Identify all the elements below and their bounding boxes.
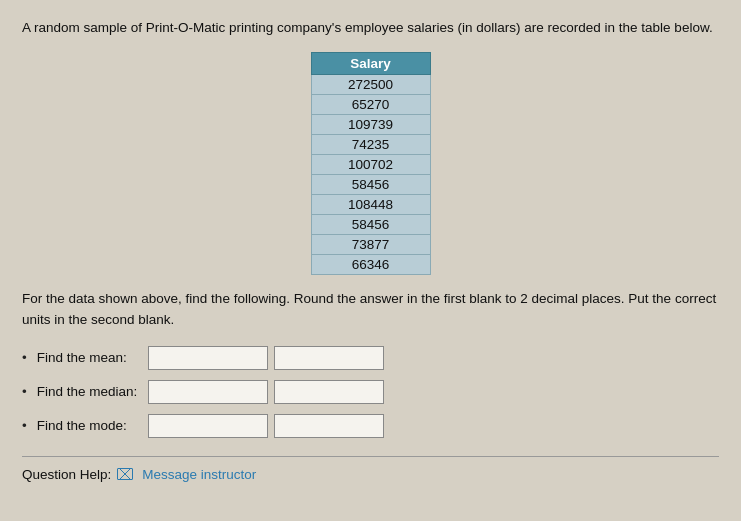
- mode-label: Find the mode:: [37, 418, 142, 433]
- mode-units-input[interactable]: [274, 414, 384, 438]
- table-row: 73877: [311, 235, 430, 255]
- intro-text: A random sample of Print-O-Matic printin…: [22, 18, 719, 38]
- table-row: 58456: [311, 215, 430, 235]
- mean-label: Find the mean:: [37, 350, 142, 365]
- salary-cell: 108448: [311, 195, 430, 215]
- median-units-input[interactable]: [274, 380, 384, 404]
- table-row: 108448: [311, 195, 430, 215]
- mean-bullet: •: [22, 350, 27, 365]
- table-row: 74235: [311, 135, 430, 155]
- page-container: A random sample of Print-O-Matic printin…: [0, 0, 741, 521]
- salary-cell: 58456: [311, 215, 430, 235]
- table-wrapper: Salary 272500652701097397423510070258456…: [22, 52, 719, 275]
- salary-cell: 66346: [311, 255, 430, 275]
- table-row: 65270: [311, 95, 430, 115]
- table-row: 66346: [311, 255, 430, 275]
- question-help-label: Question Help:: [22, 467, 111, 482]
- questions-section: • Find the mean: • Find the median: • Fi…: [22, 346, 719, 438]
- salary-cell: 272500: [311, 75, 430, 95]
- median-row: • Find the median:: [22, 380, 719, 404]
- salary-column-header: Salary: [311, 53, 430, 75]
- mail-icon: [117, 468, 133, 480]
- message-instructor-link[interactable]: Message instructor: [142, 467, 256, 482]
- salary-cell: 109739: [311, 115, 430, 135]
- table-row: 58456: [311, 175, 430, 195]
- median-answer-input[interactable]: [148, 380, 268, 404]
- mean-row: • Find the mean:: [22, 346, 719, 370]
- question-help-row: Question Help: Message instructor: [22, 467, 719, 482]
- median-label: Find the median:: [37, 384, 142, 399]
- mode-bullet: •: [22, 418, 27, 433]
- mean-answer-input[interactable]: [148, 346, 268, 370]
- table-row: 109739: [311, 115, 430, 135]
- salary-cell: 73877: [311, 235, 430, 255]
- mean-units-input[interactable]: [274, 346, 384, 370]
- salary-cell: 100702: [311, 155, 430, 175]
- instructions-text: For the data shown above, find the follo…: [22, 289, 719, 330]
- table-row: 272500: [311, 75, 430, 95]
- median-bullet: •: [22, 384, 27, 399]
- mode-row: • Find the mode:: [22, 414, 719, 438]
- salary-cell: 58456: [311, 175, 430, 195]
- divider: [22, 456, 719, 457]
- mode-answer-input[interactable]: [148, 414, 268, 438]
- salary-cell: 74235: [311, 135, 430, 155]
- salary-table: Salary 272500652701097397423510070258456…: [311, 52, 431, 275]
- salary-cell: 65270: [311, 95, 430, 115]
- table-row: 100702: [311, 155, 430, 175]
